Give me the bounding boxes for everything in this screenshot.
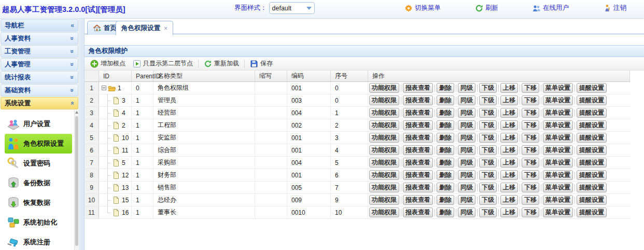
same-level-button[interactable]: 同级 — [458, 183, 475, 192]
sub-level-button[interactable]: 下级 — [479, 108, 497, 118]
tab-role-permission[interactable]: 角色权限设置 × — [116, 21, 173, 35]
sidebar-item-system-register[interactable]: 系统注册 — [5, 232, 72, 250]
sidebar-item-backup-data[interactable]: 备份数据 — [5, 173, 72, 193]
interface-style-select[interactable]: default — [269, 2, 315, 14]
scroll-up-icon[interactable] — [75, 111, 78, 114]
move-down-button[interactable]: 下移 — [522, 145, 539, 155]
menu-settings-button[interactable]: 菜单设置 — [543, 170, 573, 180]
table-row[interactable]: 7 5 1 采购部 004 5 功能权限报表查看删除同级下级上移下移菜单设置提醒… — [85, 157, 630, 169]
sidebar-group-system-settings[interactable]: 系统设置 » — [1, 97, 78, 109]
same-level-button[interactable]: 同级 — [458, 195, 475, 205]
delete-button[interactable]: 删除 — [437, 195, 454, 205]
menu-settings-button[interactable]: 菜单设置 — [543, 95, 573, 105]
show-second-level-button[interactable]: 只显示第二层节点 — [129, 58, 197, 69]
function-permission-button[interactable]: 功能权限 — [369, 183, 399, 192]
sub-level-button[interactable]: 下级 — [479, 95, 497, 105]
close-icon[interactable]: × — [164, 25, 167, 32]
menu-settings-button[interactable]: 菜单设置 — [543, 83, 573, 93]
sub-level-button[interactable]: 下级 — [479, 120, 497, 130]
function-permission-button[interactable]: 功能权限 — [369, 145, 399, 155]
delete-button[interactable]: 删除 — [437, 120, 454, 130]
move-down-button[interactable]: 下移 — [522, 133, 539, 143]
table-row[interactable]: 9 13 1 销售部 005 7 功能权限报表查看删除同级下级上移下移菜单设置提… — [85, 182, 630, 194]
move-down-button[interactable]: 下移 — [522, 158, 539, 168]
move-down-button[interactable]: 下移 — [522, 195, 539, 205]
sidebar-item-system-init[interactable]: 系统初始化 — [5, 213, 72, 232]
sidebar-title[interactable]: 导航栏 « — [1, 19, 78, 32]
reminder-settings-button[interactable]: 提醒设置 — [577, 195, 607, 205]
menu-settings-button[interactable]: 菜单设置 — [543, 145, 573, 155]
sub-level-button[interactable]: 下级 — [479, 158, 497, 168]
delete-button[interactable]: 删除 — [437, 83, 454, 93]
report-view-button[interactable]: 报表查看 — [403, 158, 433, 168]
delete-button[interactable]: 删除 — [437, 170, 454, 180]
reminder-settings-button[interactable]: 提醒设置 — [577, 108, 607, 118]
menu-settings-button[interactable]: 菜单设置 — [543, 195, 573, 205]
tree-node-id[interactable]: 2 — [122, 122, 125, 129]
collapse-left-icon[interactable]: « — [71, 22, 74, 29]
function-permission-button[interactable]: 功能权限 — [369, 207, 399, 217]
tree-node-id[interactable]: 4 — [122, 109, 125, 117]
sub-level-button[interactable]: 下级 — [479, 83, 497, 93]
table-row[interactable]: 1 1 0 角色权限组 001 0 功能权限报表查看删除同级下级上移下移菜单设置… — [85, 82, 630, 94]
delete-button[interactable]: 删除 — [437, 108, 454, 118]
report-view-button[interactable]: 报表查看 — [403, 120, 433, 130]
menu-settings-button[interactable]: 菜单设置 — [543, 158, 573, 168]
table-row[interactable]: 2 3 1 管理员 003 0 功能权限报表查看删除同级下级上移下移菜单设置提醒… — [85, 94, 630, 107]
table-row[interactable]: 4 2 1 工程部 002 2 功能权限报表查看删除同级下级上移下移菜单设置提醒… — [85, 119, 630, 132]
move-up-button[interactable]: 上移 — [500, 83, 518, 93]
reminder-settings-button[interactable]: 提醒设置 — [577, 207, 607, 217]
sidebar-item-set-password[interactable]: 设置密码 — [5, 154, 72, 173]
delete-button[interactable]: 删除 — [437, 133, 454, 143]
same-level-button[interactable]: 同级 — [458, 170, 475, 180]
move-down-button[interactable]: 下移 — [522, 83, 539, 93]
move-up-button[interactable]: 上移 — [500, 108, 518, 118]
move-down-button[interactable]: 下移 — [522, 207, 539, 217]
table-row[interactable]: 11 16 1 董事长 0010 10 功能权限报表查看删除同级下级上移下移菜单… — [85, 206, 630, 219]
report-view-button[interactable]: 报表查看 — [403, 83, 433, 93]
menu-settings-button[interactable]: 菜单设置 — [543, 207, 573, 217]
move-up-button[interactable]: 上移 — [500, 170, 518, 180]
tree-node-id[interactable]: 10 — [122, 134, 129, 142]
move-up-button[interactable]: 上移 — [500, 133, 518, 143]
same-level-button[interactable]: 同级 — [458, 207, 475, 217]
reminder-settings-button[interactable]: 提醒设置 — [577, 170, 607, 180]
same-level-button[interactable]: 同级 — [458, 83, 475, 93]
move-up-button[interactable]: 上移 — [500, 120, 518, 130]
delete-button[interactable]: 删除 — [437, 158, 454, 168]
menu-settings-button[interactable]: 菜单设置 — [543, 183, 573, 192]
tree-node-id[interactable]: 12 — [122, 172, 129, 179]
move-down-button[interactable]: 下移 — [522, 170, 539, 180]
sidebar-scrollbar[interactable] — [74, 110, 78, 250]
sidebar-item-user-settings[interactable]: 用户设置 — [5, 114, 72, 134]
reminder-settings-button[interactable]: 提醒设置 — [577, 95, 607, 105]
column-header-order[interactable]: 序号 — [331, 71, 368, 81]
scrollbar-thumb[interactable] — [75, 116, 78, 246]
move-down-button[interactable]: 下移 — [522, 95, 539, 105]
move-down-button[interactable]: 下移 — [522, 183, 539, 192]
refresh-button[interactable]: 刷新 — [475, 4, 498, 12]
reminder-settings-button[interactable]: 提醒设置 — [577, 120, 607, 130]
sub-level-button[interactable]: 下级 — [479, 207, 497, 217]
column-header-code[interactable]: 编码 — [287, 71, 331, 81]
reminder-settings-button[interactable]: 提醒设置 — [577, 158, 607, 168]
menu-settings-button[interactable]: 菜单设置 — [543, 133, 573, 143]
table-row[interactable]: 10 15 1 总经办 009 9 功能权限报表查看删除同级下级上移下移菜单设置… — [85, 194, 630, 206]
sidebar-group-payroll[interactable]: 工资管理 » — [1, 45, 78, 58]
reminder-settings-button[interactable]: 提醒设置 — [577, 183, 607, 192]
column-header-id[interactable]: ID — [99, 71, 132, 81]
tree-node-id[interactable]: 16 — [122, 209, 129, 216]
report-view-button[interactable]: 报表查看 — [403, 95, 433, 105]
tree-node-id[interactable]: 11 — [122, 147, 128, 154]
column-header-abbr[interactable]: 缩写 — [255, 71, 287, 81]
function-permission-button[interactable]: 功能权限 — [369, 195, 399, 205]
report-view-button[interactable]: 报表查看 — [403, 108, 433, 118]
function-permission-button[interactable]: 功能权限 — [369, 170, 399, 180]
save-button[interactable]: 保存 — [246, 58, 276, 69]
report-view-button[interactable]: 报表查看 — [403, 195, 433, 205]
tree-node-id[interactable]: 1 — [118, 85, 121, 92]
delete-button[interactable]: 删除 — [437, 145, 454, 155]
same-level-button[interactable]: 同级 — [458, 133, 475, 143]
same-level-button[interactable]: 同级 — [458, 95, 475, 105]
report-view-button[interactable]: 报表查看 — [403, 145, 433, 155]
